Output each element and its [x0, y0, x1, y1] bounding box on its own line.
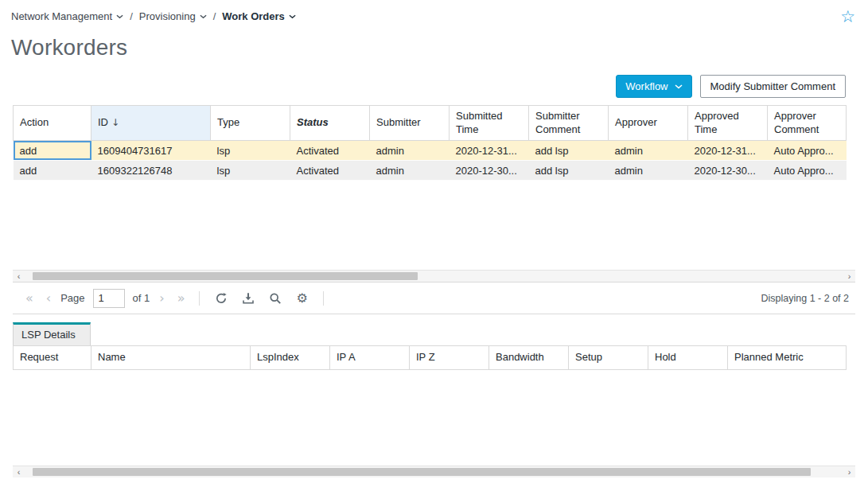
cell-type: lsp [211, 161, 290, 181]
chevron-down-icon [116, 14, 123, 19]
last-page-button[interactable]: » [171, 290, 192, 306]
column-header-name[interactable]: Name [91, 346, 251, 370]
scroll-right-icon[interactable]: › [843, 271, 855, 282]
tab-lsp-details[interactable]: LSP Details [13, 322, 91, 345]
column-header-ip-a[interactable]: IP A [330, 346, 410, 370]
sort-desc-icon: ↓ [111, 117, 119, 128]
refresh-icon [215, 292, 228, 305]
lsp-details-table: Request Name LspIndex IP A IP Z Bandwidt… [13, 345, 847, 370]
column-header-planned-metric[interactable]: Planned Metric [728, 346, 847, 370]
breadcrumb-item-provisioning[interactable]: Provisioning [139, 10, 207, 22]
column-header-status[interactable]: Status [290, 106, 370, 141]
breadcrumb-item-network-management[interactable]: Network Management [11, 10, 123, 22]
scroll-left-icon[interactable]: ‹ [13, 466, 25, 477]
favorite-star-icon[interactable]: ☆ [840, 9, 855, 25]
refresh-button[interactable] [208, 292, 235, 305]
cell-approver-comment: Auto Appro... [768, 141, 847, 161]
displaying-count: Displaying 1 - 2 of 2 [761, 293, 849, 304]
cell-status: Activated [290, 161, 370, 181]
cell-submitted-time: 2020-12-31... [450, 141, 529, 161]
next-page-button[interactable]: › [153, 290, 170, 306]
header-row: Action ID↓ Type Status Submitter Submitt… [14, 106, 847, 141]
breadcrumb-label: Network Management [11, 10, 112, 22]
scrollbar-thumb[interactable] [33, 468, 811, 476]
download-icon [242, 292, 255, 305]
cell-submitted-time: 2020-12-30... [450, 161, 529, 181]
breadcrumb-separator: / [213, 10, 216, 22]
column-header-action[interactable]: Action [14, 106, 91, 141]
top-bar: Network Management / Provisioning / Work… [0, 0, 868, 29]
cell-submitter: admin [370, 161, 450, 181]
page-number-input[interactable] [93, 289, 125, 308]
scrollbar-track[interactable] [25, 271, 843, 282]
cell-status: Activated [290, 141, 370, 161]
cell-type: lsp [211, 141, 290, 161]
breadcrumb-label: Work Orders [222, 10, 285, 22]
column-header-hold[interactable]: Hold [648, 346, 728, 370]
scroll-left-icon[interactable]: ‹ [13, 271, 25, 282]
workflow-button-label: Workflow [625, 80, 668, 92]
column-header-submitter-comment[interactable]: Submitter Comment [529, 106, 609, 141]
page-count-label: of 1 [133, 292, 150, 304]
scrollbar-track[interactable] [25, 466, 843, 477]
cell-submitter-comment: add lsp [529, 161, 609, 181]
search-button[interactable] [262, 292, 289, 305]
table-row[interactable]: add 1609404731617 lsp Activated admin 20… [14, 141, 847, 161]
column-header-approved-time[interactable]: Approved Time [688, 106, 768, 141]
column-header-approver-comment[interactable]: Approver Comment [768, 106, 847, 141]
cell-id: 1609404731617 [91, 141, 211, 161]
cell-submitter: admin [370, 141, 450, 161]
cell-approver-comment: Auto Appro... [768, 161, 847, 181]
workorders-grid: Action ID↓ Type Status Submitter Submitt… [13, 105, 855, 282]
cell-approved-time: 2020-12-31... [688, 141, 768, 161]
gear-icon: ⚙ [296, 292, 307, 305]
toolbar-separator [199, 291, 200, 306]
chevron-down-icon [289, 14, 296, 19]
scrollbar-thumb[interactable] [33, 272, 418, 280]
grid-empty-space [13, 181, 855, 270]
page-title: Workorders [0, 29, 868, 70]
horizontal-scrollbar[interactable]: ‹ › [13, 466, 855, 477]
breadcrumb-item-work-orders[interactable]: Work Orders [222, 10, 296, 22]
cell-approved-time: 2020-12-30... [688, 161, 768, 181]
cell-approver: admin [609, 141, 688, 161]
breadcrumb-separator: / [130, 10, 133, 22]
column-header-request[interactable]: Request [14, 346, 91, 370]
scroll-right-icon[interactable]: › [843, 466, 855, 477]
column-header-submitter[interactable]: Submitter [370, 106, 450, 141]
column-header-type[interactable]: Type [211, 106, 290, 141]
horizontal-scrollbar[interactable]: ‹ › [13, 270, 855, 282]
column-header-approver[interactable]: Approver [609, 106, 688, 141]
prev-page-button[interactable]: ‹ [40, 290, 57, 306]
lsp-details-grid: Request Name LspIndex IP A IP Z Bandwidt… [13, 345, 855, 477]
column-header-bandwidth[interactable]: Bandwidth [489, 346, 569, 370]
cell-action: add [14, 141, 91, 161]
settings-button[interactable]: ⚙ [289, 292, 314, 305]
header-row: Request Name LspIndex IP A IP Z Bandwidt… [14, 346, 847, 370]
search-icon [269, 292, 282, 305]
first-page-button[interactable]: « [19, 290, 40, 306]
chevron-down-icon [675, 84, 683, 89]
column-header-lspindex[interactable]: LspIndex [251, 346, 330, 370]
grid-empty-space [13, 370, 855, 466]
workorders-table: Action ID↓ Type Status Submitter Submitt… [13, 105, 847, 181]
modify-submitter-comment-button[interactable]: Modify Submitter Comment [700, 75, 847, 98]
cell-id: 1609322126748 [91, 161, 211, 181]
breadcrumb: Network Management / Provisioning / Work… [11, 9, 296, 22]
details-tabstrip: LSP Details [13, 322, 855, 345]
toolbar-separator [323, 291, 324, 306]
cell-action: add [14, 161, 91, 181]
column-header-ip-z[interactable]: IP Z [410, 346, 489, 370]
grid-toolbar: Workflow Modify Submitter Comment [0, 70, 868, 105]
table-row[interactable]: add 1609322126748 lsp Activated admin 20… [14, 161, 847, 181]
breadcrumb-label: Provisioning [139, 10, 196, 22]
column-header-setup[interactable]: Setup [569, 346, 648, 370]
cell-submitter-comment: add lsp [529, 141, 609, 161]
page-label: Page [60, 292, 84, 304]
column-header-submitted-time[interactable]: Submitted Time [450, 106, 529, 141]
workflow-button[interactable]: Workflow [616, 75, 691, 98]
cell-approver: admin [609, 161, 688, 181]
chevron-down-icon [200, 14, 207, 19]
column-header-id[interactable]: ID↓ [91, 106, 211, 141]
download-button[interactable] [235, 292, 262, 305]
